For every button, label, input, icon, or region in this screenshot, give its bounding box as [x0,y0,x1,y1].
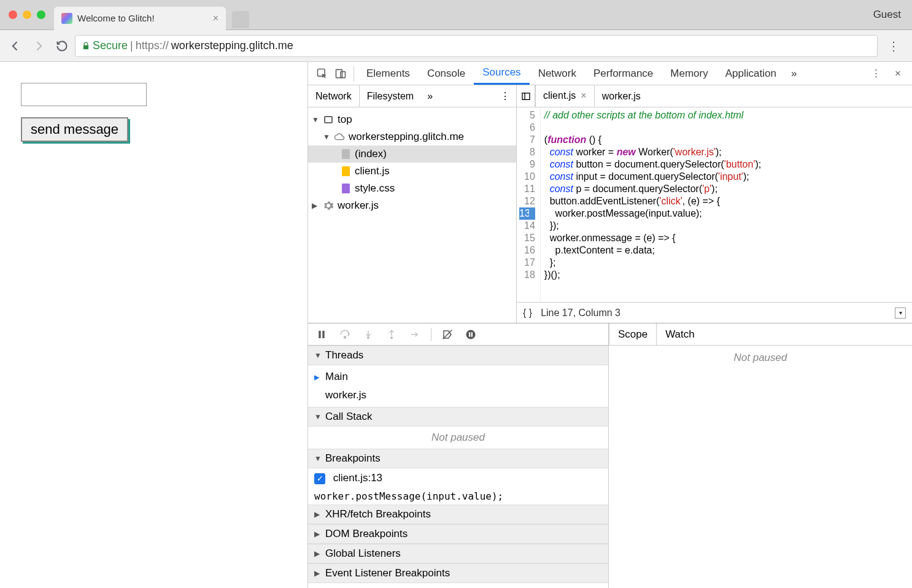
debugger-pane: ▼Threads Main worker.js ▼Call Stack Not … [308,323,912,588]
step-into-button[interactable] [361,327,376,342]
pause-on-exceptions-button[interactable] [463,327,478,342]
svg-rect-6 [322,331,324,338]
file-tab-worker-js[interactable]: worker.js [595,85,648,107]
tree-frame-top[interactable]: ▼ top [308,111,516,128]
svg-point-8 [368,337,369,339]
coverage-button[interactable]: ▾ [895,308,906,319]
file-tab-close[interactable]: × [581,90,586,101]
devtools-tab-sources[interactable]: Sources [474,62,529,85]
breakpoint-checkbox[interactable]: ✓ [314,473,325,484]
back-button[interactable] [5,36,26,56]
url-scheme: https:// [136,39,169,52]
toggle-navigator-button[interactable] [517,85,535,107]
tree-file-index[interactable]: (index) [308,145,516,163]
file-tab-client-js[interactable]: client.js× [535,85,595,107]
lock-icon [82,42,90,50]
devtools-tab-elements[interactable]: Elements [358,62,419,85]
gear-icon [323,200,334,211]
breakpoint-code: worker.postMessage(input.value); [308,488,608,505]
step-button[interactable] [408,327,422,342]
tree-worker[interactable]: ▶ worker.js [308,197,516,214]
tree-label: workerstepping.glitch.me [349,131,464,143]
watch-tab[interactable]: Watch [657,323,703,345]
threads-section-header[interactable]: ▼Threads [308,346,608,365]
step-out-button[interactable] [384,327,399,342]
send-message-button[interactable]: send message [21,117,128,142]
navigator-tab-network[interactable]: Network [308,85,360,107]
document-icon [342,149,350,159]
dom-breakpoints-header[interactable]: ▶DOM Breakpoints [308,524,608,544]
breakpoints-section-header[interactable]: ▼Breakpoints [308,449,608,468]
devtools-tab-memory[interactable]: Memory [662,62,716,85]
tree-label: top [338,114,352,126]
forward-button[interactable] [28,36,49,56]
format-button[interactable]: { } [523,308,532,319]
cursor-position: Line 17, Column 3 [541,308,620,319]
profile-label[interactable]: Guest [873,9,901,21]
navigator-menu[interactable]: ⋮ [494,90,516,102]
window-close-button[interactable] [9,10,17,19]
scope-status: Not paused [609,346,912,588]
page-content: send message [0,62,308,588]
tab-close-button[interactable]: × [213,13,218,24]
window-maximize-button[interactable] [37,10,45,19]
reload-button[interactable] [52,36,72,56]
callstack-section-header[interactable]: ▼Call Stack [308,407,608,427]
pause-button[interactable] [314,327,329,342]
devtools-close-button[interactable]: × [889,64,907,83]
tab-title: Welcome to Glitch! [77,13,208,23]
svg-rect-13 [471,332,473,337]
thread-main[interactable]: Main [308,368,608,386]
navigator-tab-filesystem[interactable]: Filesystem [360,85,421,107]
thread-worker[interactable]: worker.js [308,386,608,404]
code-editor[interactable]: 56789101112131415161718 // add other scr… [517,107,912,302]
secure-label: Secure [93,39,128,52]
tree-label: (index) [355,148,387,160]
devtools-tab-network[interactable]: Network [530,62,585,85]
address-bar[interactable]: Secure | https://workerstepping.glitch.m… [75,35,878,57]
tree-label: style.css [355,182,395,195]
devtools-menu-button[interactable]: ⋮ [867,64,885,83]
step-over-button[interactable] [338,327,352,342]
svg-point-7 [344,336,346,338]
breakpoint-label: client.js:13 [333,472,382,484]
tree-domain[interactable]: ▼ workerstepping.glitch.me [308,128,516,145]
browser-menu-button[interactable]: ⋮ [880,39,907,53]
address-toolbar: Secure | https://workerstepping.glitch.m… [0,30,912,62]
code-editor-pane: client.js×worker.js 56789101112131415161… [517,85,912,323]
tree-label: worker.js [338,199,379,212]
event-listener-breakpoints-header[interactable]: ▶Event Listener Breakpoints [308,563,608,583]
global-listeners-header[interactable]: ▶Global Listeners [308,544,608,563]
devtools-tabbar: ElementsConsoleSourcesNetworkPerformance… [308,62,912,85]
sources-navigator: NetworkFilesystem » ⋮ ▼ top ▼ workerstep… [308,85,517,323]
inspect-element-button[interactable] [313,64,331,83]
cloud-icon [334,131,345,142]
browser-tab[interactable]: Welcome to Glitch! × [54,7,226,30]
tree-file-clientjs[interactable]: client.js [308,163,516,180]
navigator-more[interactable]: » [423,91,436,102]
devtools-more-tabs[interactable]: » [785,68,803,80]
svg-point-9 [391,337,393,339]
file-tree: ▼ top ▼ workerstepping.glitch.me (index) [308,107,516,218]
svg-rect-3 [522,93,530,99]
device-toolbar-button[interactable] [331,64,350,83]
debugger-toolbar [308,323,608,346]
breakpoint-item[interactable]: ✓ client.js:13 [308,468,608,488]
favicon-icon [61,13,72,24]
editor-status-bar: { } Line 17, Column 3 ▾ [517,302,912,323]
js-file-icon [342,166,350,176]
window-minimize-button[interactable] [23,10,31,19]
new-tab-button[interactable] [232,11,249,28]
devtools-tab-application[interactable]: Application [717,62,785,85]
devtools-tab-performance[interactable]: Performance [585,62,662,85]
callstack-status: Not paused [308,427,608,449]
scope-tab[interactable]: Scope [609,323,657,345]
devtools-tab-console[interactable]: Console [419,62,474,85]
deactivate-breakpoints-button[interactable] [440,327,455,342]
xhr-breakpoints-header[interactable]: ▶XHR/fetch Breakpoints [308,505,608,524]
svg-rect-1 [336,69,342,77]
message-input[interactable] [21,83,147,106]
scope-tabbar: Scope Watch [609,323,912,346]
tree-file-stylecss[interactable]: style.css [308,180,516,197]
svg-rect-5 [319,331,320,338]
